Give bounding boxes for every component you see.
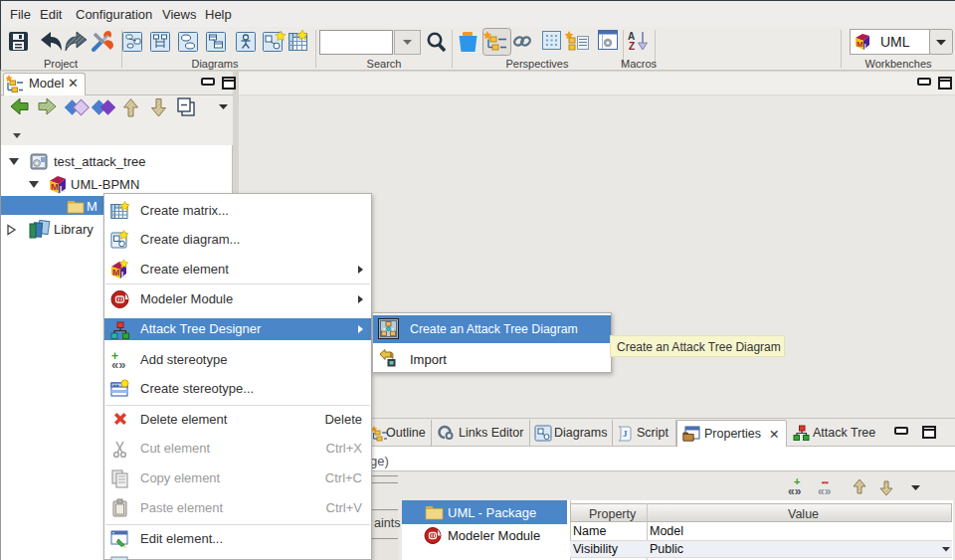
svg-text:M: M	[51, 181, 59, 192]
svg-text:L: L	[121, 270, 127, 280]
svg-text:«»: «»	[113, 382, 119, 388]
svg-text:«»: «»	[111, 357, 125, 370]
svg-text:L: L	[864, 42, 869, 51]
svg-text:J: J	[623, 429, 628, 439]
svg-text:UML: UML	[880, 34, 910, 50]
svg-text:M: M	[112, 268, 120, 278]
svg-text:«»: «»	[788, 484, 802, 498]
svg-text:Z: Z	[629, 41, 635, 52]
svg-text:«»: «»	[818, 484, 832, 498]
svg-text:L: L	[60, 183, 66, 194]
svg-text:M: M	[857, 40, 863, 49]
